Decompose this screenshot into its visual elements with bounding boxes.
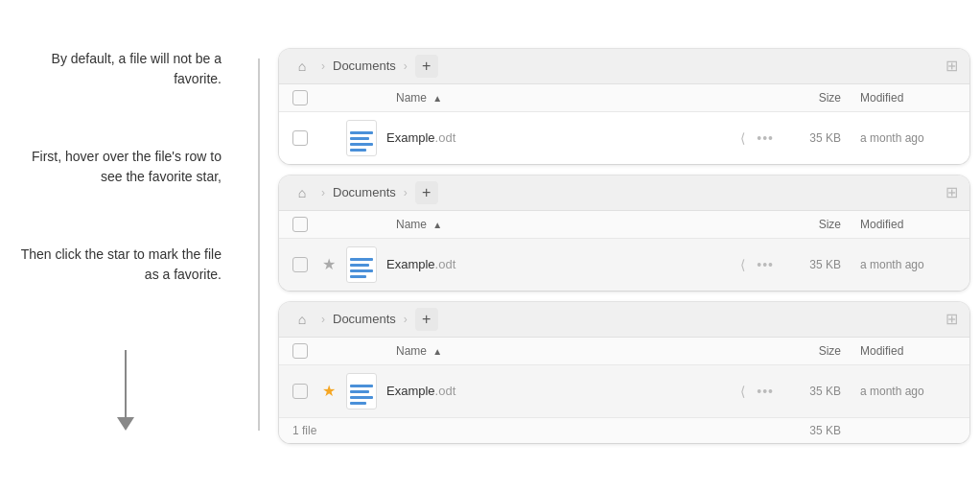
chevron-3: › [321,186,325,199]
grid-view-button-2[interactable]: ⊞ [945,183,958,201]
select-all-checkbox-2[interactable] [292,217,308,232]
size-column-header-1: Size [783,91,841,105]
home-button-3[interactable]: ⌂ [291,308,314,331]
chevron-4: › [404,186,408,199]
share-button-2[interactable]: ⟨ [740,257,745,272]
favorite-star-3[interactable]: ★ [319,382,338,401]
home-button-2[interactable]: ⌂ [291,181,314,204]
toolbar-1: ⌂ › Documents › + ⊞ [279,49,969,84]
row-checkbox-1[interactable] [292,130,308,146]
left-panel: By default, a file will not be a favorit… [11,49,260,431]
size-column-header-3: Size [783,344,841,358]
right-panel: ⌂ › Documents › + ⊞ Name ▲ Size Modified [260,49,969,443]
annotation-1: By default, a file will not be a favorit… [11,49,241,89]
favorite-star-1[interactable] [319,129,338,148]
toolbar-3: ⌂ › Documents › + ⊞ [279,302,969,338]
add-button-2[interactable]: + [415,181,438,204]
footer-size: 35 KB [793,424,841,437]
more-button-3[interactable]: ••• [757,384,774,399]
size-column-header-2: Size [783,218,841,231]
annotation-3: Then click the star to mark the file as … [11,245,241,285]
modified-column-header-1: Modified [860,91,956,105]
select-all-checkbox-1[interactable] [292,90,308,105]
file-modified-1: a month ago [860,131,956,145]
name-column-header-3: Name ▲ [396,344,783,358]
home-button-1[interactable]: ⌂ [291,55,314,78]
folder-name-1: Documents [333,58,396,73]
list-header-1: Name ▲ Size Modified [279,84,969,112]
arrow-shaft [125,350,127,417]
share-button-1[interactable]: ⟨ [740,130,745,146]
add-button-1[interactable]: + [415,55,438,78]
file-row-2[interactable]: ★ Example.odt ⟨ ••• 35 KB [279,239,969,291]
filename-2: Example.odt [386,257,740,271]
main-container: By default, a file will not be a favorit… [11,49,969,443]
filename-3: Example.odt [386,384,740,398]
arrow-head [117,417,134,431]
file-row-3[interactable]: ★ Example.odt ⟨ ••• 35 KB [279,365,969,417]
file-row-1[interactable]: Example.odt ⟨ ••• 35 KB a month ago [279,112,969,164]
file-manager-3: ⌂ › Documents › + ⊞ Name ▲ Size Modified… [279,302,969,443]
file-manager-1: ⌂ › Documents › + ⊞ Name ▲ Size Modified [279,49,969,164]
name-column-header-2: Name ▲ [396,218,783,231]
more-button-1[interactable]: ••• [757,130,774,146]
more-button-2[interactable]: ••• [757,257,774,272]
file-modified-2: a month ago [860,258,956,271]
footer-count: 1 file [292,424,793,437]
row-checkbox-2[interactable] [292,257,308,272]
file-size-2: 35 KB [793,258,841,271]
share-button-3[interactable]: ⟨ [740,384,745,399]
select-all-checkbox-3[interactable] [292,343,308,359]
chevron-2: › [404,59,408,73]
add-button-3[interactable]: + [415,308,438,331]
grid-view-button-1[interactable]: ⊞ [945,57,958,75]
file-icon-3 [346,373,377,409]
filename-1: Example.odt [386,130,740,145]
folder-name-2: Documents [333,185,396,199]
file-icon-1 [346,120,377,156]
grid-view-button-3[interactable]: ⊞ [945,310,958,328]
list-header-2: Name ▲ Size Modified [279,211,969,239]
list-header-3: Name ▲ Size Modified [279,338,969,365]
file-icon-2 [346,246,377,283]
footer-3: 1 file 35 KB [279,417,969,443]
annotation-2: First, hover over the file's row to see … [11,147,241,187]
name-column-header-1: Name ▲ [396,91,783,105]
file-size-3: 35 KB [793,385,841,398]
modified-column-header-2: Modified [860,218,956,231]
row-checkbox-3[interactable] [292,384,308,399]
modified-column-header-3: Modified [860,344,956,358]
file-manager-2: ⌂ › Documents › + ⊞ Name ▲ Size Modified… [279,175,969,291]
chevron-1: › [321,59,325,73]
favorite-star-2[interactable]: ★ [319,255,338,274]
file-size-1: 35 KB [793,131,841,145]
chevron-5: › [321,313,325,326]
vertical-arrow [11,350,241,431]
file-modified-3: a month ago [860,385,956,398]
toolbar-2: ⌂ › Documents › + ⊞ [279,175,969,211]
chevron-6: › [404,313,408,326]
folder-name-3: Documents [333,312,396,326]
